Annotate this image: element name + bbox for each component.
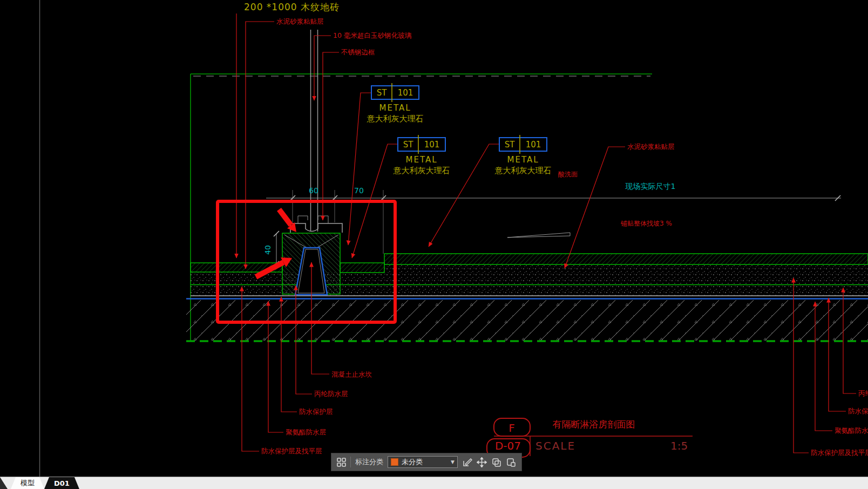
label-cement-topright: 水泥砂浆粘贴层 — [627, 142, 675, 151]
detail-index: F — [508, 422, 515, 434]
svg-text:101: 101 — [424, 140, 440, 150]
slope-symbol — [507, 233, 570, 237]
annotation-texts: 200 *1000 木纹地砖 水泥砂浆粘贴层 10 毫米超白玉砂钢化玻璃 不锈钢… — [244, 2, 868, 457]
toolbar-separator — [350, 457, 351, 467]
concrete-slab — [186, 300, 868, 341]
category-dropdown[interactable]: 未分类 ▼ — [388, 456, 458, 468]
highlight-arrow-down — [279, 209, 296, 232]
leader-steel-frame — [323, 52, 339, 220]
svg-text:METAL: METAL — [405, 155, 437, 165]
label-steel-frame: 不锈钢边框 — [341, 48, 375, 56]
svg-text:ST: ST — [377, 88, 388, 98]
label-pu-left: 聚氨酯防水层 — [286, 428, 326, 436]
scale-value: 1:5 — [670, 439, 688, 452]
leader-cement-topleft — [246, 22, 274, 269]
scale-label: SCALE — [535, 439, 575, 452]
stone-tags: ST 101 METAL 意大利灰大理石 ST 101 METAL 意大利灰大理… — [367, 83, 552, 175]
label-protection-left: 防水保护层 — [299, 408, 333, 416]
layout-tab-bar: 模型 D01 — [0, 477, 868, 489]
move-icon[interactable] — [477, 457, 487, 467]
svg-text:意大利灰大理石: 意大利灰大理石 — [494, 166, 552, 175]
label-protection-right: 防水保护层 — [848, 407, 868, 415]
svg-text:101: 101 — [398, 88, 413, 98]
drawing-title: 有隔断淋浴房剖面图 — [553, 419, 635, 430]
annotation-toolbar: 标注分类 未分类 ▼ — [331, 453, 521, 471]
tab-layout-d01[interactable]: D01 — [44, 477, 79, 489]
edit-icon[interactable] — [462, 457, 472, 467]
tab-bar-notch — [0, 477, 8, 489]
label-concrete-curb: 混凝土止水坎 — [331, 370, 372, 378]
cad-application-window: 60 70 40 现场实际尺寸1 — [0, 0, 868, 489]
label-tile: 200 *1000 木纹地砖 — [244, 2, 340, 12]
svg-text:METAL: METAL — [379, 103, 411, 113]
tile-layer-right — [384, 254, 868, 264]
svg-text:意大利灰大理石: 意大利灰大理石 — [367, 114, 424, 124]
svg-text:ST: ST — [505, 140, 516, 150]
curb-detail — [282, 30, 342, 295]
svg-text:METAL: METAL — [507, 155, 539, 165]
dim-40: 40 — [263, 245, 272, 255]
dim-60: 60 — [309, 186, 318, 195]
tab-model[interactable]: 模型 — [11, 477, 44, 489]
stone-tag-1: ST 101 METAL 意大利灰大理石 — [367, 83, 424, 124]
site-dimension-note: 现场实际尺寸1 — [625, 182, 676, 191]
label-leveling-left: 防水保护层及找平层 — [261, 447, 322, 455]
tab-layout-label: D01 — [54, 479, 70, 487]
svg-text:意大利灰大理石: 意大利灰大理石 — [393, 166, 450, 175]
label-cement-topleft: 水泥砂浆粘贴层 — [276, 17, 324, 25]
label-pp-left: 丙纶防水层 — [314, 390, 348, 398]
metal-channel — [290, 223, 342, 233]
copy-icon[interactable] — [491, 457, 501, 467]
tile-layer-middle — [340, 263, 384, 273]
leader-stone-tag-3 — [429, 144, 499, 247]
category-group-label: 标注分类 — [355, 457, 383, 467]
label-acid-washed: 酸洗面 — [558, 171, 578, 178]
stone-tag-3: ST 101 METAL 意大利灰大理石 — [494, 135, 552, 175]
svg-text:ST: ST — [403, 140, 414, 150]
paste-icon[interactable] — [506, 457, 516, 467]
tab-model-label: 模型 — [21, 478, 35, 488]
label-glass: 10 毫米超白玉砂钢化玻璃 — [333, 31, 411, 39]
label-slope: 铺贴整体找坡3 % — [620, 220, 672, 227]
label-pu-right: 聚氨酯防水层 — [835, 426, 868, 434]
sheet-number: D-07 — [495, 439, 521, 452]
dim-70: 70 — [354, 186, 364, 195]
label-pp-right: 丙纶防水层 — [858, 389, 868, 397]
title-block: F D-07 SCALE 1:5 有隔断淋浴房剖面图 — [487, 418, 693, 457]
leader-cement-topright — [565, 147, 625, 268]
grid-icon[interactable] — [337, 457, 346, 467]
category-color-swatch — [391, 458, 398, 466]
svg-text:101: 101 — [526, 140, 541, 150]
label-leveling-right: 防水保护层及找平层 — [811, 449, 868, 457]
drawing-canvas[interactable]: 60 70 40 现场实际尺寸1 — [0, 0, 868, 477]
chevron-down-icon: ▼ — [451, 459, 455, 465]
stone-tag-2: ST 101 METAL 意大利灰大理石 — [393, 135, 450, 175]
category-dropdown-value: 未分类 — [402, 457, 447, 467]
